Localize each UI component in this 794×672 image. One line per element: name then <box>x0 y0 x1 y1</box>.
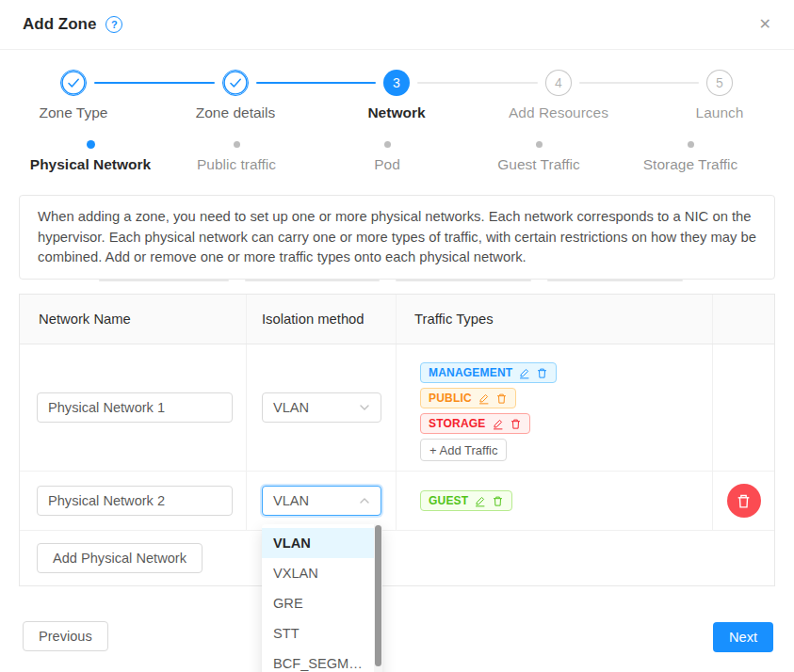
substep-connector <box>547 280 683 281</box>
row-actions-cell <box>713 344 774 471</box>
edit-icon[interactable] <box>478 392 490 405</box>
dropdown-option-vxlan[interactable]: VXLAN <box>262 558 382 588</box>
step-label: Network <box>367 104 425 121</box>
step-dot-icon <box>384 136 391 152</box>
trash-icon[interactable] <box>510 418 522 430</box>
substep-label: Public traffic <box>197 156 276 173</box>
table-row: VLAN GUEST <box>20 472 774 531</box>
previous-button[interactable]: Previous <box>23 621 108 651</box>
step-label: Add Resources <box>509 104 608 121</box>
substep-label: Pod <box>374 156 400 173</box>
step-dot-icon <box>87 136 95 152</box>
delete-network-button[interactable] <box>727 484 761 518</box>
step-zone-details: Zone details <box>151 70 320 121</box>
step-label: Zone Type <box>40 104 108 121</box>
select-value: VLAN <box>273 400 309 415</box>
traffic-tag-public: PUBLIC <box>420 388 516 408</box>
trash-icon <box>736 493 752 509</box>
physical-networks-table: Network Name Isolation method Traffic Ty… <box>19 294 775 586</box>
modal-header: Add Zone ? ✕ <box>0 0 794 50</box>
dropdown-option-bcf-segment[interactable]: BCF_SEGM… <box>262 648 382 672</box>
isolation-method-dropdown: VLAN VXLAN GRE STT BCF_SEGM… <box>262 524 382 672</box>
substep-public-traffic: Public traffic <box>152 136 321 173</box>
isolation-method-select[interactable]: VLAN <box>262 392 381 423</box>
dropdown-option-stt[interactable]: STT <box>262 618 382 648</box>
network-substeps: Physical Network Public traffic Pod Gues… <box>0 136 794 180</box>
traffic-tag-label: STORAGE <box>429 417 486 430</box>
substep-label: Guest Traffic <box>497 156 580 173</box>
wizard-steps: Zone Type Zone details 3 Network 4 Add R… <box>0 70 794 126</box>
edit-icon[interactable] <box>518 367 530 379</box>
step-zone-type: Zone Type <box>0 70 158 121</box>
trash-icon[interactable] <box>492 495 504 507</box>
step-label: Launch <box>696 104 744 121</box>
info-text: When adding a zone, you need to set up o… <box>38 207 756 268</box>
column-header-isolation-method: Isolation method <box>247 295 397 344</box>
traffic-tag-management: MANAGEMENT <box>420 362 557 383</box>
dropdown-option-gre[interactable]: GRE <box>262 588 382 618</box>
info-box: When adding a zone, you need to set up o… <box>19 195 775 280</box>
column-header-actions <box>713 295 774 344</box>
add-traffic-button[interactable]: + Add Traffic <box>420 439 507 461</box>
chevron-up-icon <box>359 495 370 506</box>
traffic-tag-storage: STORAGE <box>420 413 530 434</box>
traffic-tag-label: GUEST <box>429 494 468 507</box>
step-network: 3 Network <box>312 70 481 121</box>
substep-pod: Pod <box>302 136 472 173</box>
traffic-tag-label: MANAGEMENT <box>429 366 512 379</box>
substep-connector <box>245 280 380 281</box>
substep-label: Storage Traffic <box>643 156 738 173</box>
page-title: Add Zone <box>23 15 96 34</box>
step-launch: 5 Launch <box>635 70 794 121</box>
check-circle-icon <box>60 70 87 96</box>
scrollbar-thumb[interactable] <box>375 525 381 666</box>
substep-guest-traffic: Guest Traffic <box>454 136 624 173</box>
step-label: Zone details <box>196 104 275 121</box>
step-dot-icon <box>688 136 694 152</box>
substep-connector <box>99 280 229 281</box>
table-row: VLAN MANAGEMENT PUBLIC <box>20 344 774 472</box>
close-icon[interactable]: ✕ <box>759 17 771 32</box>
add-zone-modal: Add Zone ? ✕ Zone Type Zone details 3 Ne… <box>0 0 794 672</box>
check-circle-icon <box>222 70 249 96</box>
step-add-resources: 4 Add Resources <box>474 70 643 121</box>
trash-icon[interactable] <box>495 392 508 405</box>
table-header-row: Network Name Isolation method Traffic Ty… <box>20 295 774 344</box>
trash-icon[interactable] <box>536 367 548 379</box>
substep-physical-network: Physical Network <box>6 136 175 173</box>
isolation-method-select-open[interactable]: VLAN <box>262 486 381 516</box>
step-number-badge: 3 <box>383 70 410 96</box>
network-name-input[interactable] <box>37 392 233 423</box>
edit-icon[interactable] <box>492 418 504 430</box>
traffic-tag-label: PUBLIC <box>429 392 472 405</box>
step-dot-icon <box>536 136 543 152</box>
table-footer-row: Add Physical Network <box>20 531 774 585</box>
step-number-badge: 5 <box>706 70 733 96</box>
edit-icon[interactable] <box>474 495 486 507</box>
column-header-network-name: Network Name <box>20 295 247 344</box>
chevron-down-icon <box>359 402 370 413</box>
dropdown-option-vlan[interactable]: VLAN <box>262 528 382 558</box>
network-name-input[interactable] <box>37 486 233 516</box>
select-value: VLAN <box>273 493 309 508</box>
next-button[interactable]: Next <box>713 622 773 652</box>
step-number-badge: 4 <box>545 70 572 96</box>
question-circle-icon[interactable]: ? <box>105 16 122 33</box>
substep-connector <box>396 280 531 281</box>
traffic-tag-guest: GUEST <box>420 490 512 511</box>
step-dot-icon <box>234 136 240 152</box>
substep-label: Physical Network <box>30 156 151 173</box>
add-physical-network-button[interactable]: Add Physical Network <box>37 543 203 573</box>
column-header-traffic-types: Traffic Types <box>397 295 713 344</box>
substep-storage-traffic: Storage Traffic <box>606 136 775 173</box>
